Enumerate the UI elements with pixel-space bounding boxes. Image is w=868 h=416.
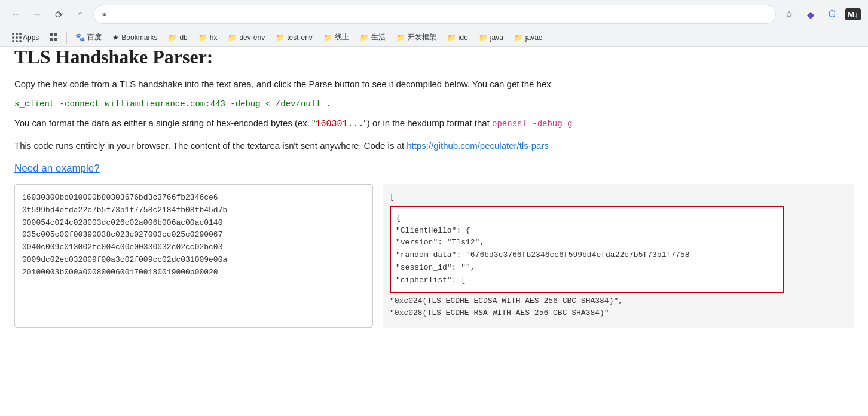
json-highlighted-section: { "ClientHello": { "version": "Tls12", "… (390, 206, 784, 293)
description2: You can format the data as either a sing… (14, 116, 854, 131)
svg-rect-0 (50, 33, 53, 36)
translate-button[interactable]: G (824, 6, 841, 23)
browser-chrome: ← → ⟳ ⌂ ⚭ https://williamlieurance.com/t… (0, 0, 868, 47)
bm-devframe[interactable]: 📁 开发框架 (392, 30, 441, 44)
openssl-link[interactable]: openssl -debug g (492, 119, 572, 129)
hex-textarea[interactable]: 16030300bc010000b80303676bd3c3766fb2346c… (14, 184, 373, 328)
json-object-open: { (396, 212, 778, 225)
bm-testenv-label: test-env (287, 33, 313, 42)
folder-ide-icon: 📁 (447, 33, 456, 42)
star-icon: ★ (112, 33, 119, 42)
json-clienthello-key: "ClientHello": (396, 226, 461, 235)
bm-hx-label: hx (210, 33, 218, 42)
bm-life[interactable]: 📁 生活 (355, 30, 390, 44)
apps-grid-icon (12, 33, 20, 42)
folder-devframe-icon: 📁 (396, 33, 405, 42)
grid-icon (50, 33, 58, 42)
json-cipher1: "0xc024(TLS_ECDHE_ECDSA_WITH_AES_256_CBC… (390, 296, 623, 305)
svg-rect-2 (50, 38, 53, 41)
bm-online[interactable]: 📁 线上 (319, 30, 354, 44)
json-output: [ { "ClientHello": { "version": "Tls12",… (383, 184, 854, 328)
security-icon: ⚭ (101, 10, 108, 19)
json-cipher1-line: "0xc024(TLS_ECDHE_ECDSA_WITH_AES_256_CBC… (390, 295, 846, 308)
bm-devenv[interactable]: 📁 dev-env (223, 32, 270, 44)
json-version: "version": "Tls12", (396, 237, 778, 249)
brave-icon-button[interactable]: ◆ (802, 6, 819, 23)
bm-ide[interactable]: 📁 ide (442, 32, 473, 44)
svg-rect-1 (54, 33, 57, 36)
browser-toolbar: ← → ⟳ ⌂ ⚭ https://williamlieurance.com/t… (0, 0, 868, 29)
page-inner: TLS Handshake Parser: Copy the hex code … (0, 47, 868, 339)
home-button[interactable]: ⌂ (72, 6, 88, 23)
hex-content: 16030300bc010000b80303676bd3c3766fb2346c… (22, 193, 227, 277)
page-title-text: TLS Handshake Parser: (14, 47, 213, 68)
json-cipher2: "0xc028(TLS_ECDHE_RSA_WITH_AES_256_CBC_S… (390, 308, 609, 317)
description1-text: Copy the hex code from a TLS handshake i… (14, 79, 551, 89)
bm-bookmarks-label: Bookmarks (121, 33, 157, 42)
bookmarks-divider (66, 32, 67, 44)
browser-actions: ☆ ◆ G M↓ (781, 6, 861, 23)
folder-online-icon: 📁 (323, 33, 332, 42)
need-example-text: Need an example? (14, 163, 100, 174)
bm-java[interactable]: 📁 java (474, 32, 508, 44)
bookmarks-bar: Apps 🐾 百度 ★ Bookmarks 📁 db 📁 hx (0, 29, 868, 47)
grid-button[interactable] (45, 32, 63, 44)
folder-life-icon: 📁 (360, 33, 369, 42)
json-session: "session_id": "", (396, 262, 778, 274)
apps-button[interactable]: Apps (7, 31, 44, 44)
json-clienthello-open: { (466, 226, 470, 235)
json-clienthello: "ClientHello": { (396, 225, 778, 237)
desc2-suffix: ") or in the hexdump format that (363, 118, 489, 128)
bm-life-label: 生活 (371, 32, 386, 42)
bm-javae[interactable]: 📁 javae (509, 32, 548, 44)
folder-testenv-icon: 📁 (276, 33, 285, 42)
need-example-link[interactable]: Need an example? (14, 163, 854, 175)
bm-hx[interactable]: 📁 hx (194, 32, 222, 44)
bm-baidu-label: 百度 (87, 32, 102, 42)
bm-baidu[interactable]: 🐾 百度 (71, 30, 106, 44)
bm-ide-label: ide (459, 33, 468, 42)
address-bar[interactable]: ⚭ https://williamlieurance.com/tls-hands… (93, 5, 776, 24)
hex-example: 160301... (315, 119, 363, 129)
bm-devframe-label: 开发框架 (408, 32, 436, 42)
json-cipherlist: "cipherlist": [ (396, 274, 778, 287)
bm-devenv-label: dev-env (239, 33, 265, 42)
description1: Copy the hex code from a TLS handshake i… (14, 77, 854, 91)
apps-label: Apps (23, 33, 39, 42)
folder-java-icon: 📁 (479, 33, 488, 42)
bm-testenv[interactable]: 📁 test-env (271, 32, 317, 44)
bm-javae-label: javae (525, 33, 543, 42)
json-random: "random_data": "676bd3c3766fb2346ce6f599… (396, 249, 778, 262)
folder-javae-icon: 📁 (514, 33, 523, 42)
bm-db-label: db (179, 33, 187, 42)
folder-db-icon: 📁 (168, 33, 177, 42)
json-cipher2-line: "0xc028(TLS_ECDHE_RSA_WITH_AES_256_CBC_S… (390, 307, 846, 320)
bm-bookmarks[interactable]: ★ Bookmarks (108, 32, 162, 44)
desc3-prefix: This code runs entirely in your browser.… (14, 140, 404, 151)
baidu-icon: 🐾 (75, 33, 85, 42)
folder-hx-icon: 📁 (198, 33, 207, 42)
forward-button[interactable]: → (29, 6, 45, 23)
folder-devenv-icon: 📁 (228, 33, 237, 42)
json-bracket-open: [ (390, 191, 846, 204)
page-content: TLS Handshake Parser: Copy the hex code … (0, 47, 868, 416)
code-command-line: s_client -connect williamlieurance.com:4… (14, 99, 854, 109)
github-link[interactable]: https://github.com/peculater/tls-pars (407, 140, 549, 151)
back-button[interactable]: ← (7, 6, 24, 23)
url-input[interactable]: https://williamlieurance.com/tls-handsha… (112, 10, 768, 19)
desc2-prefix: You can format the data as either a sing… (14, 118, 315, 128)
svg-rect-3 (54, 38, 57, 41)
bookmark-star-button[interactable]: ☆ (781, 6, 797, 23)
page-title: TLS Handshake Parser: (14, 47, 854, 68)
description3: This code runs entirely in your browser.… (14, 139, 854, 153)
markdown-button[interactable]: M↓ (845, 8, 861, 20)
two-column-layout: 16030300bc010000b80303676bd3c3766fb2346c… (14, 184, 854, 328)
bm-java-label: java (490, 33, 503, 42)
bm-db[interactable]: 📁 db (163, 32, 192, 44)
reload-button[interactable]: ⟳ (50, 6, 67, 23)
bm-online-label: 线上 (335, 32, 349, 42)
code-command: s_client -connect williamlieurance.com:4… (14, 99, 331, 109)
